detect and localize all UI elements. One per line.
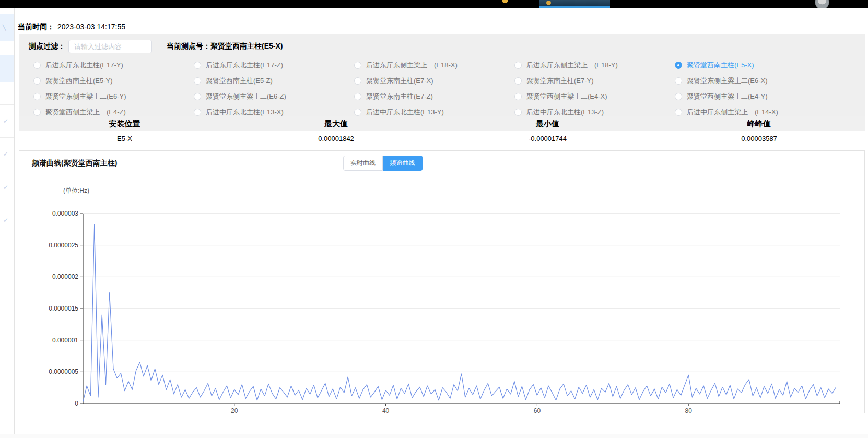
radio-icon <box>675 109 682 116</box>
radio-option-3[interactable]: 后进东厅东侧主梁上二(E18-Y) <box>514 61 675 70</box>
spectrum-chart: (单位:Hz)00.00000050.0000010.00000150.0000… <box>19 151 864 413</box>
radio-icon <box>675 93 682 100</box>
current-time: 当前时间：2023-03-03 14:17:55 <box>18 22 125 32</box>
radio-option-7[interactable]: 聚贤堂东南主柱(E7-X) <box>354 76 514 86</box>
radio-option-label: 后进东厅东侧主梁上二(E18-Y) <box>526 61 618 70</box>
measure-point-panel: 测点过滤： 当前测点号：聚贤堂西南主柱(E5-X) 后进东厅东北主柱(E17-Y… <box>19 34 865 116</box>
radio-icon <box>33 93 41 100</box>
radio-option-1[interactable]: 后进东厅东北主柱(E17-Z) <box>194 61 354 70</box>
radio-icon <box>33 77 41 85</box>
radio-option-label: 聚贤堂东侧主梁上二(E6-Z) <box>206 92 286 101</box>
radio-option-label: 聚贤堂东南主柱(E7-Y) <box>526 76 594 86</box>
radio-icon <box>194 62 201 69</box>
main-content: 当前时间：2023-03-03 14:17:55 测点过滤： 当前测点号：聚贤堂… <box>15 8 868 434</box>
radio-option-5[interactable]: 聚贤堂西南主柱(E5-Y) <box>33 76 194 86</box>
radio-option-label: 聚贤堂西南主柱(E5-Z) <box>206 76 273 86</box>
radio-option-label: 聚贤堂东南主柱(E7-Z) <box>366 92 433 101</box>
radio-icon <box>354 62 361 69</box>
table-header-cell: 安装位置 <box>19 116 230 131</box>
radio-icon <box>33 109 41 116</box>
radio-icon <box>514 62 522 69</box>
active-browser-tab[interactable] <box>539 0 610 8</box>
top-bar <box>0 0 868 8</box>
radio-option-label: 后进东厅东侧主梁上二(E18-X) <box>366 61 458 70</box>
radio-option-9[interactable]: 聚贤堂东侧主梁上二(E6-X) <box>675 76 839 86</box>
y-tick-label: 0.000001 <box>52 337 78 344</box>
check-icon: ✓ <box>3 150 8 158</box>
radio-option-6[interactable]: 聚贤堂西南主柱(E5-Z) <box>194 76 354 86</box>
table-header-cell: 峰峰值 <box>653 116 865 131</box>
radio-option-label: 聚贤堂西侧主梁上二(E4-Y) <box>687 92 768 101</box>
stats-table-row: E5-X0.00001842-0.000017440.00003587 <box>19 131 865 147</box>
filter-label: 测点过滤： <box>29 42 65 51</box>
radio-option-4[interactable]: 聚贤堂西南主柱(E5-X) <box>675 61 839 70</box>
check-icon: ✓ <box>3 217 8 224</box>
filter-input[interactable] <box>68 40 152 53</box>
radio-icon <box>194 93 201 100</box>
radio-option-label: 后进东厅东北主柱(E17-Y) <box>45 61 123 70</box>
radio-option-12[interactable]: 聚贤堂东南主柱(E7-Z) <box>354 92 514 101</box>
radio-icon <box>514 93 522 100</box>
radio-option-8[interactable]: 聚贤堂东南主柱(E7-Y) <box>514 76 675 86</box>
check-icon: ✓ <box>3 184 8 191</box>
sidebar-item-collapsed-2[interactable] <box>0 55 14 82</box>
y-tick-label: 0.0000005 <box>49 368 78 375</box>
x-tick-label: 80 <box>685 407 693 413</box>
radio-icon <box>675 77 682 85</box>
y-tick-label: 0.000003 <box>52 210 78 217</box>
table-value-cell: 0.00001842 <box>230 131 442 147</box>
current-time-value: 2023-03-03 14:17:55 <box>57 22 125 31</box>
sidebar-item-4[interactable]: ✓ <box>0 137 14 170</box>
radio-option-label: 聚贤堂东南主柱(E7-X) <box>366 76 433 86</box>
radio-icon <box>514 109 522 116</box>
radio-option-label: 聚贤堂东侧主梁上二(E6-X) <box>687 76 768 86</box>
radio-icon <box>354 77 361 85</box>
sidebar-item-collapsed-1[interactable]: ╲ <box>0 14 14 41</box>
radio-option-label: 聚贤堂西南主柱(E5-Y) <box>45 76 113 86</box>
sidebar-item-3[interactable]: ✓ <box>0 104 14 137</box>
radio-option-label: 聚贤堂西南主柱(E5-X) <box>687 61 754 70</box>
sidebar-item-5[interactable]: ✓ <box>0 171 14 204</box>
table-value-cell: E5-X <box>19 131 230 147</box>
radio-option-label: 聚贤堂东侧主梁上二(E6-Y) <box>45 92 126 101</box>
radio-option-label: 聚贤堂西侧主梁上二(E4-X) <box>526 92 607 101</box>
radio-icon <box>194 109 201 116</box>
radio-option-11[interactable]: 聚贤堂东侧主梁上二(E6-Z) <box>194 92 354 101</box>
radio-option-label: 后进东厅东北主柱(E17-Z) <box>206 61 283 70</box>
left-sidebar: ╲ ✓ ✓ ✓ ✓ <box>0 8 15 434</box>
radio-icon <box>675 62 682 69</box>
table-value-cell: -0.00001744 <box>442 131 653 147</box>
diagonal-mark-icon: ╲ <box>3 25 11 31</box>
radio-option-14[interactable]: 聚贤堂西侧主梁上二(E4-Y) <box>675 92 839 101</box>
axis-unit-label: (单位:Hz) <box>63 187 89 194</box>
table-header-cell: 最小值 <box>442 116 653 131</box>
stats-table-header: 安装位置最大值最小值峰峰值 <box>19 116 865 131</box>
stats-table: 安装位置最大值最小值峰峰值 E5-X0.00001842-0.000017440… <box>19 116 865 147</box>
current-point-label: 当前测点号：聚贤堂西南主柱(E5-X) <box>167 42 283 51</box>
sidebar-item-6[interactable]: ✓ <box>0 204 14 236</box>
user-avatar[interactable] <box>815 0 829 8</box>
radio-icon <box>354 93 361 100</box>
y-tick-label: 0 <box>75 400 78 407</box>
spectrum-chart-panel: 频谱曲线(聚贤堂西南主柱) 实时曲线频谱曲线 (单位:Hz)00.0000005… <box>19 150 865 413</box>
y-tick-label: 0.0000025 <box>49 242 78 249</box>
status-dot-icon <box>502 0 508 3</box>
x-tick-label: 20 <box>231 407 238 413</box>
radio-icon <box>194 77 201 85</box>
measure-point-radio-grid: 后进东厅东北主柱(E17-Y)后进东厅东北主柱(E17-Z)后进东厅东侧主梁上二… <box>33 57 853 120</box>
check-icon: ✓ <box>3 117 8 125</box>
radio-icon <box>33 62 41 69</box>
table-header-cell: 最大值 <box>230 116 442 131</box>
spectrum-line <box>83 224 836 402</box>
radio-option-2[interactable]: 后进东厅东侧主梁上二(E18-X) <box>354 61 514 70</box>
radio-icon <box>354 109 361 116</box>
x-tick-label: 60 <box>534 407 541 413</box>
table-value-cell: 0.00003587 <box>653 131 865 147</box>
y-tick-label: 0.0000015 <box>49 305 78 312</box>
current-time-label: 当前时间： <box>18 22 54 31</box>
y-tick-label: 0.000002 <box>52 273 78 280</box>
radio-option-0[interactable]: 后进东厅东北主柱(E17-Y) <box>33 61 194 70</box>
x-tick-label: 40 <box>382 407 390 413</box>
radio-option-10[interactable]: 聚贤堂东侧主梁上二(E6-Y) <box>33 92 194 101</box>
radio-option-13[interactable]: 聚贤堂西侧主梁上二(E4-X) <box>514 92 675 101</box>
